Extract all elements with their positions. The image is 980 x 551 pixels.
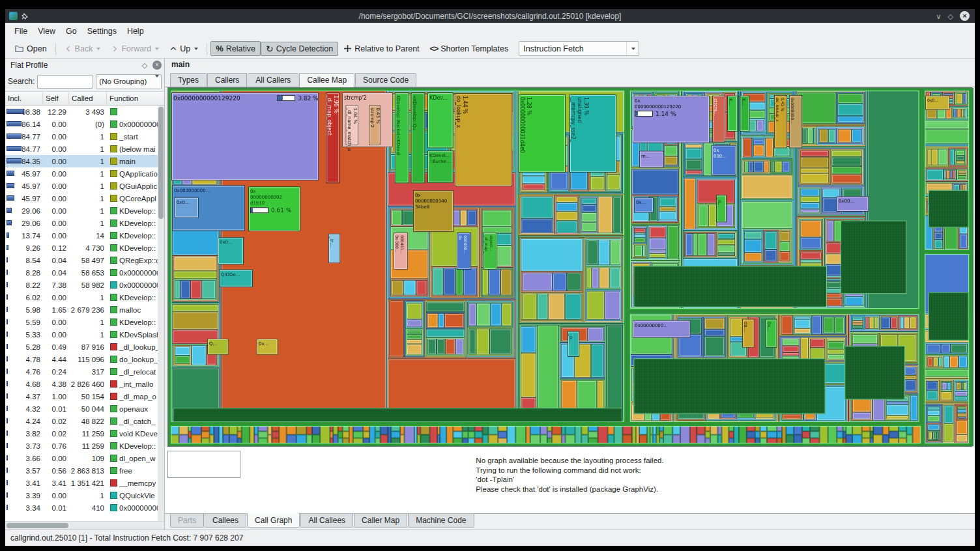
table-row[interactable]: 29.060.001KDevelop:: <box>5 217 164 229</box>
toolbar-separator <box>207 43 207 55</box>
table-row[interactable]: 5.280.4987 916_dl_lookup_ <box>5 341 164 353</box>
tab-all-callees[interactable]: All Callees <box>300 514 353 528</box>
table-row[interactable]: 8.280.0458 6530x00000000 <box>5 266 164 279</box>
window-title: /home/sergobot/Documents/GCI/screenshots… <box>5 12 975 21</box>
maximize-button[interactable]: ◇ <box>948 11 953 21</box>
table-row[interactable]: 9.260.124 730KDevelop:: <box>5 242 164 254</box>
chevron-down-icon <box>626 42 639 55</box>
graph-overview-box[interactable] <box>167 451 240 478</box>
move-arrows-icon <box>343 44 352 53</box>
relative-toggle[interactable]: % Relative <box>210 41 261 56</box>
tab-callers[interactable]: Callers <box>207 73 247 87</box>
table-row[interactable]: 45.970.001QCoreAppl <box>5 192 164 205</box>
cycle-detection-toggle[interactable]: ↻ Cycle Detection <box>261 42 338 56</box>
table-row[interactable]: 45.970.001QApplicatio <box>5 167 164 180</box>
menu-item-help[interactable]: Help <box>122 25 149 38</box>
table-row[interactable]: 5.330.001KDevSplash <box>5 328 164 341</box>
table-row[interactable]: 45.970.001QGuiApplic <box>5 180 164 192</box>
menu-bar: FileViewGoSettingsHelp <box>5 23 975 39</box>
table-row[interactable]: 5.590.001KDevelop:: <box>5 316 164 328</box>
menu-item-settings[interactable]: Settings <box>82 25 122 38</box>
table-row[interactable]: 4.784.44115 096do_lookup_ <box>5 353 164 365</box>
vertical-scrollbar-handle[interactable] <box>158 107 164 219</box>
tab-source-code[interactable]: Source Code <box>355 73 416 87</box>
table-row[interactable]: 4.684.382 826 460_int_mallo <box>5 378 164 390</box>
graph-message-line: Trying to run the following command did … <box>476 466 663 475</box>
close-dock-icon[interactable]: × <box>152 61 162 70</box>
table-row[interactable]: 4.240.0248 822_dl_catch_ <box>5 415 164 427</box>
table-row[interactable]: 8.540.0458 497QRegExp::c <box>5 254 164 266</box>
cycle-icon: ↻ <box>266 45 274 53</box>
table-row[interactable]: 3.730.7611 259KDevelop:: <box>5 440 164 452</box>
menu-item-go[interactable]: Go <box>61 25 82 38</box>
table-row[interactable]: 4.760.24317_dl_relocat <box>5 365 164 378</box>
table-row[interactable]: 4.320.0150 044openaux <box>5 403 164 415</box>
tab-all-callers[interactable]: All Callers <box>248 73 298 87</box>
table-row[interactable]: 29.060.001KDevelop:: <box>5 205 164 217</box>
table-row[interactable]: 84.770.001(below mai <box>5 143 164 155</box>
chevron-down-icon <box>151 78 161 85</box>
horizontal-scrollbar[interactable] <box>5 521 164 530</box>
forward-dropdown-icon[interactable] <box>155 48 159 50</box>
tab-machine-code[interactable]: Machine Code <box>408 514 474 528</box>
table-row[interactable]: 5.981.652 679 236malloc <box>5 304 164 316</box>
dock-title: Flat Profile <box>10 61 139 70</box>
table-row[interactable]: 84.770.001_start <box>5 130 164 143</box>
table-header[interactable]: Incl. Self Called Function <box>5 91 164 106</box>
close-button[interactable]: × <box>960 11 970 21</box>
table-row[interactable]: 6.020.001KDevelop:: <box>5 291 164 304</box>
table-row[interactable]: 13.740.0014KDevelop:: <box>5 229 164 242</box>
back-dropdown-icon[interactable] <box>96 48 100 50</box>
table-row[interactable]: 98.3812.293 493 <box>5 106 164 118</box>
column-function: Function <box>107 92 164 105</box>
menu-item-view[interactable]: View <box>33 25 61 38</box>
up-icon <box>169 45 177 53</box>
minimize-button[interactable]: ∨ <box>936 11 941 21</box>
open-button[interactable]: Open <box>9 42 52 56</box>
grouping-combo[interactable]: (No Grouping) <box>96 74 162 89</box>
bottom-tabbar: PartsCalleesCall GraphAll CalleesCaller … <box>165 513 975 530</box>
angle-brackets-icon: <> <box>430 44 439 53</box>
graph-message: No graph available because the layouting… <box>476 456 663 494</box>
table-row[interactable]: 86.140.00(0)0x00000000 <box>5 118 164 130</box>
call-graph-pane: No graph available because the layouting… <box>165 447 975 513</box>
relative-to-parent-toggle[interactable]: Relative to Parent <box>338 42 424 56</box>
tab-caller-map[interactable]: Caller Map <box>354 514 407 528</box>
pin-icon <box>22 13 28 20</box>
screen: /home/sergobot/Documents/GCI/screenshots… <box>0 0 980 551</box>
tab-callee-map[interactable]: Callee Map <box>299 73 354 87</box>
tab-types[interactable]: Types <box>170 73 207 87</box>
table-row[interactable]: 3.390.001QQuickVie <box>5 489 164 502</box>
flat-profile-table: 98.3812.293 49386.140.00(0)0x0000000084.… <box>5 106 164 521</box>
tab-callees[interactable]: Callees <box>205 514 246 528</box>
function-title: main <box>165 59 975 72</box>
table-row[interactable]: 3.820.0211 259void KDeve <box>5 427 164 440</box>
callee-map[interactable] <box>168 88 973 446</box>
horizontal-scrollbar-handle[interactable] <box>7 523 68 528</box>
back-button[interactable]: Back <box>59 42 106 56</box>
title-bar[interactable]: /home/sergobot/Documents/GCI/screenshots… <box>5 9 975 23</box>
float-dock-icon[interactable]: ◇ <box>139 61 150 70</box>
forward-icon <box>111 45 119 53</box>
graph-message-line: Please check that 'dot' is installed (pa… <box>476 485 663 494</box>
table-row[interactable]: 4.371.0050 154_dl_map_o <box>5 390 164 403</box>
up-button[interactable]: Up <box>164 42 203 56</box>
table-row[interactable]: 3.413.411 351 421__memcpy <box>5 477 164 489</box>
table-row[interactable]: 3.660.00109dl_open_w <box>5 452 164 464</box>
menu-item-file[interactable]: File <box>9 25 33 38</box>
table-row[interactable]: 84.350.001main <box>5 155 164 167</box>
forward-button[interactable]: Forward <box>106 42 164 56</box>
search-input[interactable] <box>37 75 93 89</box>
vertical-scrollbar[interactable] <box>158 106 164 521</box>
table-row[interactable]: 3.570.562 863 813free <box>5 464 164 477</box>
table-row[interactable]: 3.340.014100x00000000 <box>5 502 164 514</box>
tab-call-graph[interactable]: Call Graph <box>247 513 300 528</box>
column-incl: Incl. <box>5 92 43 105</box>
event-type-value: Instruction Fetch <box>519 44 626 53</box>
tab-parts[interactable]: Parts <box>170 514 204 528</box>
search-label: Search: <box>8 77 35 86</box>
event-type-combo[interactable]: Instruction Fetch <box>519 41 639 56</box>
table-row[interactable]: 8.227.3858 9820x00000000 <box>5 279 164 291</box>
shorten-templates-toggle[interactable]: <> Shorten Templates <box>425 42 514 56</box>
up-dropdown-icon[interactable] <box>194 48 198 50</box>
